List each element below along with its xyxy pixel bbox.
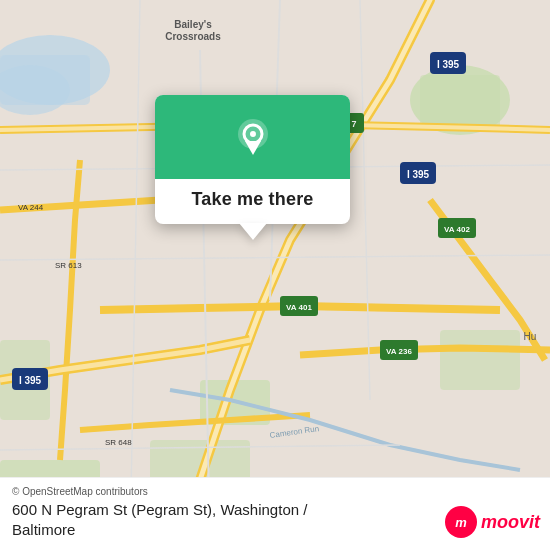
svg-text:VA 236: VA 236 — [386, 347, 412, 356]
moovit-logo: m moovit — [445, 506, 540, 538]
svg-text:Hu: Hu — [524, 331, 537, 342]
svg-text:VA 401: VA 401 — [286, 303, 312, 312]
location-pin-icon — [231, 117, 275, 161]
svg-text:I 395: I 395 — [437, 59, 460, 70]
svg-marker-44 — [245, 141, 261, 155]
moovit-text: moovit — [481, 512, 540, 533]
svg-rect-5 — [420, 75, 500, 130]
svg-text:VA 402: VA 402 — [444, 225, 470, 234]
moovit-icon: m — [445, 506, 477, 538]
popup-green-section — [155, 95, 350, 179]
svg-text:m: m — [455, 515, 467, 530]
take-me-there-button[interactable]: Take me there — [155, 179, 350, 224]
svg-text:I 395: I 395 — [407, 169, 430, 180]
svg-text:SR 613: SR 613 — [55, 261, 82, 270]
svg-rect-3 — [0, 55, 90, 105]
osm-attribution: © OpenStreetMap contributors — [12, 486, 538, 497]
svg-point-43 — [250, 131, 256, 137]
map-svg: Bailey's Crossroads I 395 I 395 VA 7 VA … — [0, 0, 550, 550]
popup-card[interactable]: Take me there — [155, 95, 350, 224]
svg-text:Crossroads: Crossroads — [165, 31, 221, 42]
map-container: Bailey's Crossroads I 395 I 395 VA 7 VA … — [0, 0, 550, 550]
svg-text:VA 244: VA 244 — [18, 203, 44, 212]
svg-rect-8 — [440, 330, 520, 390]
svg-text:SR 648: SR 648 — [105, 438, 132, 447]
svg-text:Bailey's: Bailey's — [174, 19, 212, 30]
svg-text:I 395: I 395 — [19, 375, 42, 386]
